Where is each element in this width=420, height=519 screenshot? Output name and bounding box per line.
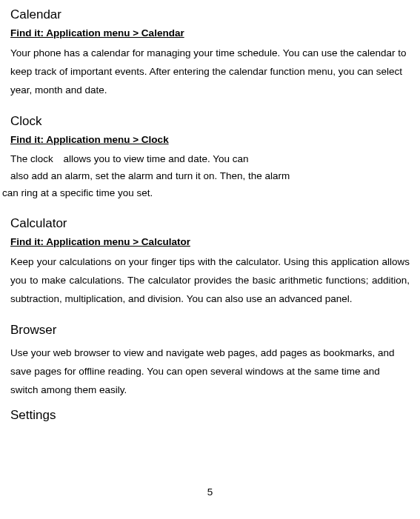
browser-title: Browser [10, 322, 410, 338]
clock-body-line1: The clock allows you to view time and da… [10, 151, 410, 168]
settings-title: Settings [10, 407, 410, 423]
clock-find-it: Find it: Application menu > Clock [10, 131, 410, 150]
calendar-find-it: Find it: Application menu > Calendar [10, 24, 410, 43]
clock-body-lead: The clock [10, 151, 53, 168]
clock-body-rest: allows you to view time and date. You ca… [64, 153, 249, 164]
calculator-title: Calculator [10, 215, 410, 232]
clock-body-line3: can ring at a specific time you set. [2, 185, 410, 202]
calculator-body: Keep your calculations on your finger ti… [10, 253, 410, 309]
calendar-body: Your phone has a calendar for managing y… [10, 44, 410, 100]
browser-body: Use your web browser to view and navigat… [10, 344, 410, 400]
clock-title: Clock [10, 113, 410, 130]
clock-body-line2: also add an alarm, set the alarm and tur… [10, 168, 410, 185]
calculator-find-it: Find it: Application menu > Calculator [10, 233, 410, 252]
calendar-title: Calendar [10, 7, 410, 23]
page-number: 5 [10, 483, 410, 502]
